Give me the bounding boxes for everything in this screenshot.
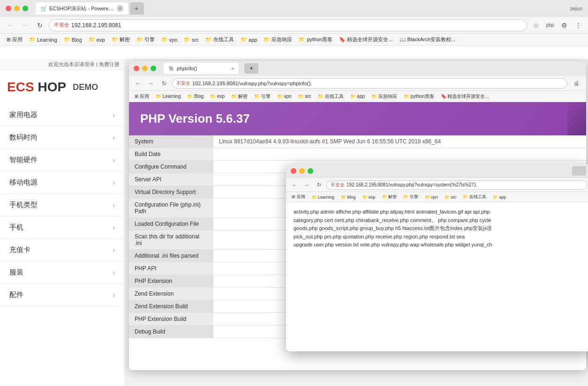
cmd-bookmark-apps[interactable]: ⊞ 应用 bbox=[289, 193, 308, 201]
phpinfo-close-button[interactable] bbox=[134, 66, 139, 71]
phpinfo-bookmark-vpn[interactable]: 📁 vpn bbox=[274, 93, 294, 100]
folder-icon-10: 📁 bbox=[264, 37, 270, 43]
chevron-icon-8: › bbox=[113, 269, 115, 276]
back-button[interactable]: ← bbox=[4, 19, 16, 31]
cmd-bookmark-engine[interactable]: 📁 引擎 bbox=[400, 193, 421, 201]
main-tab[interactable]: 🛒 ECSHOP演示站 - Powered by E... × bbox=[36, 2, 128, 15]
bookmark-apps[interactable]: ⊞ 应用 bbox=[4, 35, 25, 44]
phpinfo-bookmark-python[interactable]: 📁 python黑客 bbox=[401, 92, 437, 101]
phpinfo-bookmark-app[interactable]: 📁 app bbox=[347, 93, 368, 100]
phpinfo-reload[interactable]: ↻ bbox=[159, 78, 169, 89]
cmd-bookmark-app[interactable]: 📁 app bbox=[490, 194, 509, 200]
phpinfo-maximize-button[interactable] bbox=[151, 66, 156, 71]
bookmark-tools[interactable]: 📁 在线工具 bbox=[203, 35, 237, 44]
folder-icon-8: 📁 bbox=[205, 37, 212, 43]
cmd-maximize-button[interactable] bbox=[308, 168, 313, 174]
menu-item-digital[interactable]: 数码时尚 › bbox=[0, 126, 124, 149]
bookmark-engine[interactable]: 📁 引擎 bbox=[134, 35, 158, 44]
phpinfo-bookmark-emergency[interactable]: 📁 应急响应 bbox=[369, 92, 400, 101]
reload-button[interactable]: ↻ bbox=[34, 19, 46, 31]
phpinfo-tab[interactable]: 🐘 phpinfo() × bbox=[164, 63, 239, 74]
phpinfo-bookmark-opensource[interactable]: 🔖 精选全球开源安全... bbox=[438, 92, 492, 101]
bookmark-blog[interactable]: 📁 Blog bbox=[61, 36, 85, 44]
menu-button[interactable]: ⋮ bbox=[572, 19, 584, 31]
phpinfo-bookmark-learning[interactable]: 📁 Learning bbox=[153, 93, 184, 100]
extensions-button[interactable]: ⚙ bbox=[558, 19, 570, 31]
phpinfo-bookmark-blog[interactable]: 📁 Blog bbox=[184, 93, 206, 100]
cmd-reload[interactable]: ↻ bbox=[314, 180, 324, 190]
menu-item-topup[interactable]: 充值卡 › bbox=[0, 239, 124, 261]
cmd-address-bar[interactable]: 不安全 192.168.2.195:8081/vulnspy.php?vulns… bbox=[326, 180, 587, 190]
table-row: Build Date bbox=[129, 148, 586, 161]
cmd-bookmark-vpn[interactable]: 📁 vpn bbox=[422, 194, 441, 200]
new-tab-button[interactable]: + bbox=[130, 2, 144, 15]
bookmark-opensource[interactable]: 🔖 精选全球开源安全... bbox=[336, 35, 395, 44]
bookmark-python[interactable]: 📁 python黑客 bbox=[296, 35, 335, 44]
bookmark-vpn[interactable]: 📁 vpn bbox=[158, 36, 181, 44]
bookmark-decrypt[interactable]: 📁 解密 bbox=[109, 35, 133, 44]
phpinfo-bookmark-engine[interactable]: 📁 引擎 bbox=[251, 92, 273, 101]
star-button[interactable]: ☆ bbox=[530, 19, 542, 31]
phpinfo-print[interactable]: 🖨 bbox=[570, 77, 582, 89]
chevron-icon-3: › bbox=[113, 156, 115, 164]
php-button[interactable]: php bbox=[544, 19, 556, 31]
folder-icon-4: 📁 bbox=[112, 37, 118, 43]
bookmark-exp[interactable]: 📁 exp bbox=[86, 36, 108, 44]
tab-close-button[interactable]: × bbox=[117, 5, 123, 12]
cmd-close-button[interactable] bbox=[291, 168, 296, 174]
maximize-button[interactable] bbox=[23, 6, 28, 11]
tab-title: ECSHOP演示站 - Powered by E... bbox=[49, 5, 115, 12]
insecure-badge: 不安全 bbox=[54, 22, 69, 29]
close-button[interactable] bbox=[6, 6, 11, 11]
phpinfo-tab-close[interactable]: × bbox=[231, 66, 234, 71]
menu-item-appliances[interactable]: 家用电器 › bbox=[0, 104, 124, 126]
phpinfo-bookmark-src[interactable]: 📁 src bbox=[295, 93, 314, 100]
bookmark-blackarch[interactable]: 📖 BlackArch安装教程... bbox=[397, 35, 459, 44]
main-bookmarks-bar: ⊞ 应用 📁 Learning 📁 Blog 📁 exp 📁 解密 📁 引擎 📁… bbox=[0, 34, 588, 46]
menu-item-accessories[interactable]: 配件 › bbox=[0, 284, 124, 306]
chevron-icon-5: › bbox=[113, 201, 115, 209]
phpinfo-bookmark-exp[interactable]: 📁 exp bbox=[207, 93, 227, 100]
chevron-icon-9: › bbox=[113, 291, 115, 299]
cmd-bookmark-src[interactable]: 📁 src bbox=[442, 194, 460, 200]
menu-item-phone[interactable]: 手机 › bbox=[0, 216, 124, 239]
cmd-bookmark-blog[interactable]: 📁 Blog bbox=[338, 194, 359, 200]
cmd-forward[interactable]: → bbox=[302, 180, 311, 190]
menu-item-phonetype[interactable]: 手机类型 › bbox=[0, 194, 124, 216]
phpinfo-bookmark-decrypt[interactable]: 📁 解密 bbox=[228, 92, 250, 101]
menu-item-smart[interactable]: 智能硬件 › bbox=[0, 149, 124, 171]
folder-icon-12: 🔖 bbox=[339, 37, 346, 43]
menu-item-clothing[interactable]: 服装 › bbox=[0, 261, 124, 284]
address-text: 192.168.2.195:8081 bbox=[71, 22, 121, 29]
phpinfo-bookmark-tools[interactable]: 📁 在线工具 bbox=[315, 92, 347, 101]
menu-item-powerbank[interactable]: 移动电源 › bbox=[0, 171, 124, 194]
chevron-icon-4: › bbox=[113, 179, 115, 186]
phpinfo-back[interactable]: ← bbox=[133, 78, 143, 89]
cmd-bookmark-decrypt[interactable]: 📁 解密 bbox=[379, 193, 400, 201]
tab-favicon: 🛒 bbox=[40, 5, 47, 12]
cmd-back[interactable]: ← bbox=[290, 180, 299, 190]
title-bar: 🛒 ECSHOP演示站 - Powered by E... × + zejun bbox=[0, 0, 588, 17]
bookmark-learning[interactable]: 📁 Learning bbox=[26, 36, 60, 44]
bookmark-emergency[interactable]: 📁 应急响应 bbox=[261, 35, 295, 44]
logo-hop: HOP bbox=[38, 80, 67, 95]
apps-icon: ⊞ bbox=[7, 37, 11, 43]
bookmark-app[interactable]: 📁 app bbox=[238, 36, 260, 44]
phpinfo-address-bar[interactable]: 不安全 192.168.2.195:8081/vulnspy.php?vulns… bbox=[172, 78, 567, 89]
cmd-bookmark-learning[interactable]: 📁 Learning bbox=[309, 194, 338, 200]
phpinfo-minimize-button[interactable] bbox=[142, 66, 148, 71]
minimize-button[interactable] bbox=[14, 6, 20, 11]
phpinfo-forward[interactable]: → bbox=[146, 78, 156, 89]
chevron-icon-2: › bbox=[113, 134, 115, 141]
chevron-icon: › bbox=[113, 111, 115, 119]
phpinfo-new-tab[interactable]: + bbox=[244, 63, 258, 74]
cmd-minimize-button[interactable] bbox=[299, 168, 305, 174]
main-address-bar[interactable]: 不安全 192.168.2.195:8081 bbox=[49, 19, 527, 31]
cmd-bookmark-exp[interactable]: 📁 exp bbox=[360, 194, 378, 200]
forward-button[interactable]: → bbox=[19, 19, 31, 31]
bookmark-src[interactable]: 📁 src bbox=[181, 36, 202, 44]
folder-icon: 📁 bbox=[29, 37, 36, 43]
phpinfo-bookmark-apps[interactable]: ⊞ 应用 bbox=[132, 92, 152, 101]
cmd-bookmark-tools[interactable]: 📁 在线工具 bbox=[460, 193, 489, 201]
folder-icon-13: 📖 bbox=[400, 37, 406, 43]
